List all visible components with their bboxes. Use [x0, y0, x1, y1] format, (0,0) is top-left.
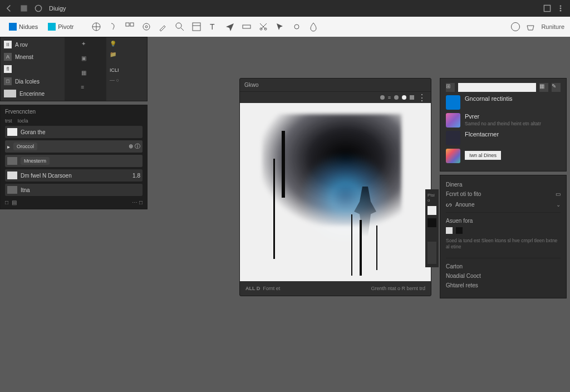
canvas-tool-sq[interactable] [410, 95, 414, 100]
menu-icon[interactable] [557, 4, 564, 12]
main-toolbar: Nidues Pivotr T Runiture [0, 17, 570, 37]
text-icon[interactable]: T [208, 22, 218, 32]
tab-pivotr[interactable]: Pivotr [45, 21, 77, 32]
layers-foot-2[interactable]: ▤ [12, 199, 17, 205]
prop-section: Dinera [446, 182, 561, 188]
canvas-title: Gkwo [240, 79, 431, 92]
layers-foot-3[interactable]: ⋯ □ [132, 199, 142, 205]
svg-rect-16 [243, 25, 250, 28]
back-icon[interactable] [6, 4, 13, 12]
preset-head-icon2[interactable]: ▦ [539, 83, 548, 92]
svg-point-9 [143, 23, 150, 30]
svg-point-11 [176, 23, 181, 28]
canvas-foot-mid: Fornt et [263, 286, 280, 291]
preset-swatch[interactable] [446, 149, 460, 163]
canvas-tool-dot[interactable] [380, 95, 385, 100]
layer-row[interactable]: Mnesterm [5, 155, 142, 167]
prop-row[interactable]: Fcnrt oti to fito▭ [446, 189, 561, 199]
strip-swatch[interactable] [428, 218, 436, 227]
svg-rect-7 [126, 23, 129, 26]
tool-row-0[interactable]: IIA rov [4, 41, 61, 48]
layers-tab-1[interactable]: Iocla [18, 118, 28, 124]
canvas-tool-txt[interactable]: ≡ [388, 95, 391, 100]
status-circle-icon[interactable] [511, 22, 520, 31]
prop-section: Carton [446, 263, 561, 270]
toolbar-right-label: Runiture [541, 23, 564, 30]
preset-head-icon3[interactable]: ✎ [552, 83, 561, 92]
strip-swatch[interactable] [428, 206, 436, 215]
layer-row[interactable]: ▸Oroccol⊕ ⓘ [5, 140, 142, 153]
layers-title: Frvencncten [5, 109, 142, 115]
left-panels: IIA rov AMnenst fl □Dia Icoles Encerinne… [0, 37, 148, 209]
layers-icon[interactable]: ▣ [81, 55, 90, 64]
svg-rect-0 [21, 5, 27, 11]
presets-panel: ⊞ ▦ ✎ Gncornal rectintis PvrerSamed no a… [440, 78, 567, 171]
cursor-icon[interactable] [275, 22, 285, 32]
tool-row-2[interactable]: fl [4, 65, 61, 73]
layout-icon[interactable] [191, 22, 202, 32]
col3-label: ICLI [110, 67, 144, 73]
ear-icon[interactable] [108, 22, 118, 32]
preset-head-icon[interactable]: ⊞ [446, 83, 455, 92]
right-strip: Pisi o [425, 189, 439, 267]
layers-tab-0[interactable]: trst [5, 118, 12, 124]
layers-foot-1[interactable]: □ [5, 199, 8, 205]
plane-icon[interactable] [225, 22, 235, 32]
prop-row[interactable]: Ghtarel retes [446, 281, 561, 290]
cut-icon[interactable] [258, 22, 268, 32]
canvas-artwork[interactable] [240, 103, 431, 281]
search-input[interactable] [458, 83, 536, 92]
right-panel: Pisi o ⊞ ▦ ✎ Gncornal rectintis PvrerSam… [440, 78, 567, 298]
brush-icon[interactable] [158, 22, 168, 32]
color-swatch-white[interactable] [446, 227, 453, 234]
bulb-icon[interactable]: 💡 [110, 41, 144, 47]
wand-icon[interactable]: ✦ [81, 41, 90, 50]
drop-icon[interactable] [308, 22, 318, 32]
tool-row-1[interactable]: AMnenst [4, 53, 61, 61]
svg-point-19 [294, 24, 299, 29]
grid-icon[interactable] [125, 22, 135, 32]
svg-rect-2 [544, 5, 550, 11]
tool-strip: ✦ ▣ ▦ ≡ [65, 37, 106, 101]
canvas-tool-dot[interactable] [402, 95, 406, 100]
basket-icon[interactable] [525, 22, 535, 32]
preset-action-button[interactable]: Iwn al Dines [465, 151, 501, 160]
color-swatch-black[interactable] [456, 227, 463, 234]
strip-label: Pisi o [428, 193, 436, 203]
preset-swatch[interactable] [446, 113, 460, 128]
swatch-icon[interactable]: ▦ [81, 70, 90, 79]
preset-swatch[interactable] [446, 131, 460, 145]
prop-row[interactable]: Noadial Cooct [446, 271, 561, 281]
folder-icon[interactable]: 📁 [110, 51, 144, 57]
zoom-icon[interactable] [175, 22, 185, 32]
canvas-mini-toolbar: ≡ ⋮ [240, 92, 431, 103]
svg-text:T: T [210, 22, 215, 31]
preset-swatch[interactable] [446, 95, 460, 110]
record-icon[interactable] [292, 22, 302, 32]
prop-row[interactable]: ᔕAnoune⌄ [446, 199, 561, 210]
layer-row[interactable]: Goran the [5, 126, 142, 138]
tools-panel: IIA rov AMnenst fl □Dia Icoles Encerinne… [0, 37, 148, 101]
svg-point-5 [560, 10, 562, 12]
strip-thumb[interactable] [428, 242, 436, 264]
app-title: Diuigy [49, 5, 66, 12]
canvas-tool-dot[interactable] [394, 95, 399, 100]
ruler-icon[interactable] [242, 22, 252, 32]
tab-nidues[interactable]: Nidues [6, 21, 41, 32]
target-icon[interactable] [141, 22, 151, 32]
globe-icon[interactable] [91, 22, 101, 32]
svg-point-3 [560, 5, 562, 7]
tool-row-3[interactable]: □Dia Icoles [4, 77, 61, 85]
layer-row[interactable]: Itna [5, 184, 142, 196]
svg-line-12 [181, 28, 184, 31]
tool-row-4[interactable]: Encerinne [4, 90, 61, 97]
adjust-icon[interactable]: ≡ [81, 84, 90, 93]
preset-sub: Samed no and theind heint etn altatr [465, 121, 561, 126]
window-icon[interactable] [20, 4, 28, 12]
layer-row[interactable]: Dm fwel N Dcarsoen1.8 [5, 169, 142, 182]
preset-title: Flcentacrner [465, 131, 561, 138]
canvas-foot-right: Grenth ntat o R bernt trd [371, 286, 425, 291]
title-bar: Diuigy [0, 0, 570, 17]
settings-icon[interactable] [543, 4, 551, 12]
canvas-tool-more[interactable]: ⋮ [417, 92, 426, 103]
